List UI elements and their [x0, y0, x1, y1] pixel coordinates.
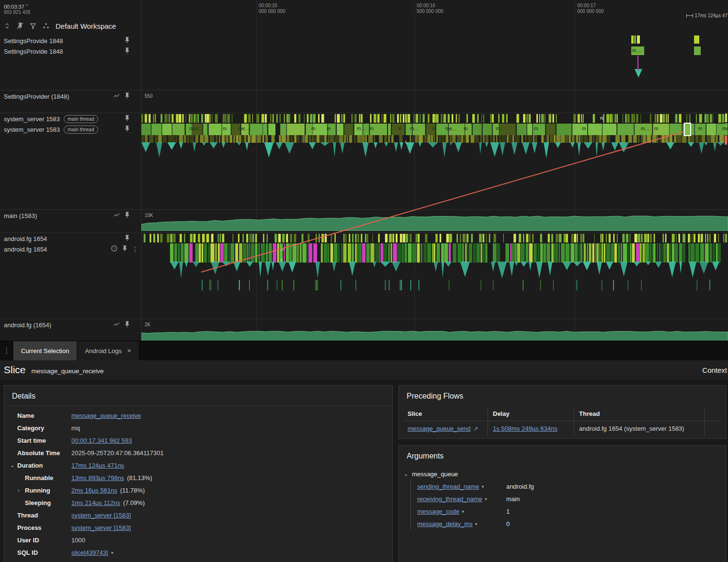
pin-icon[interactable] — [124, 125, 131, 134]
pin-icon[interactable] — [124, 36, 131, 46]
details-link[interactable]: system_server [1583] — [71, 524, 131, 531]
details-value: 1ms 214µs 112ns(7.09%) — [71, 499, 145, 506]
details-key: Name — [17, 412, 71, 419]
chevron-down-icon[interactable]: ⌄ — [10, 459, 14, 471]
flame-track-system-server-depth3[interactable] — [141, 142, 728, 159]
flow-delay-cell: 1s 508ms 249µs 634ns — [488, 421, 574, 436]
tab-android-logs[interactable]: Android Logs✕ — [77, 341, 139, 360]
flows-body: message_queue_send↗1s 508ms 249µs 634nsa… — [403, 421, 722, 436]
pin-icon[interactable] — [121, 245, 128, 254]
details-value: slice[439743]▾ — [71, 549, 114, 556]
slice[interactable] — [694, 35, 699, 44]
track-row[interactable]: android.fg 1654 — [0, 233, 141, 244]
track-group-separator — [0, 209, 728, 210]
slice-label: m — [496, 126, 500, 131]
slice-label: m — [534, 126, 538, 131]
details-link[interactable]: system_server [1583] — [71, 512, 131, 519]
preceding-flows-table: SliceDelayThread message_queue_send↗1s 5… — [403, 407, 722, 436]
pin-icon[interactable] — [124, 321, 131, 330]
kebab-icon[interactable]: ⋮ — [132, 245, 138, 253]
slice[interactable] — [634, 35, 636, 44]
unpin-all-icon[interactable] — [16, 22, 24, 30]
pin-icon[interactable] — [124, 115, 131, 124]
track-row[interactable]: SettingsProvider (1848) — [0, 91, 141, 102]
arguments-card: Arguments ⌄ message_queue sending_thread… — [398, 445, 726, 562]
details-link[interactable]: message_queue_receive — [71, 412, 141, 419]
track-row[interactable]: android.fg (1654) — [0, 320, 141, 330]
details-link[interactable]: 00:00:17.341 982 593 — [71, 437, 132, 444]
slice-label-layer: mes…mme…mmm…mmm…mme…mmmmm…mmme — [141, 124, 728, 135]
argument-root-row[interactable]: ⌄ message_queue — [404, 468, 721, 480]
gridline — [141, 0, 142, 341]
slice-label: mes… — [189, 126, 203, 131]
track-label: system_server 1583 — [4, 126, 60, 133]
filter-icon[interactable] — [29, 22, 37, 30]
caret-down-icon[interactable]: ▾ — [475, 521, 478, 527]
slice[interactable] — [631, 35, 634, 44]
slice[interactable] — [694, 46, 701, 55]
details-link[interactable]: 17ms 124µs 471ns — [71, 462, 124, 469]
track-row[interactable]: system_server 1583main thread — [0, 124, 141, 135]
tab-current-selection[interactable]: Current Selection — [13, 341, 77, 360]
pin-icon[interactable] — [124, 92, 131, 101]
show-graph-icon[interactable] — [113, 211, 120, 220]
argument-key-link[interactable]: sending_thread_name — [417, 483, 479, 490]
track-row[interactable]: android.fg 1654?⋮ — [0, 244, 141, 254]
counter-track-android-fg[interactable] — [141, 328, 728, 341]
argument-key-link[interactable]: message_delay_ms — [417, 520, 473, 528]
track-row[interactable]: system_server 1583main thread — [0, 114, 141, 124]
context-button[interactable]: Context — [702, 366, 727, 374]
workspace-icon[interactable] — [42, 22, 50, 30]
panel-kebab-icon[interactable]: ⋮ — [0, 341, 13, 360]
slice[interactable] — [725, 136, 727, 145]
track-row[interactable]: SettingsProvide 1848 — [0, 46, 141, 57]
show-graph-icon[interactable] — [113, 92, 120, 101]
unfold-icon[interactable] — [3, 22, 11, 30]
slice-label: me — [722, 126, 728, 131]
flame-track-system-server-sched[interactable] — [141, 114, 728, 123]
slice-label: m — [698, 126, 702, 131]
flame-track-android-fg-depth2[interactable] — [170, 262, 721, 279]
details-text: 1000 — [71, 537, 85, 544]
flame-track-android-fg-slices[interactable] — [170, 243, 721, 263]
caret-down-icon[interactable]: ▾ — [462, 509, 464, 514]
details-link[interactable]: 1ms 214µs 112ns — [71, 499, 120, 506]
counter-track-main[interactable] — [141, 215, 728, 231]
external-link-icon[interactable]: ↗ — [474, 425, 478, 432]
caret-down-icon[interactable]: ▾ — [111, 550, 114, 555]
details-row: Categorymq — [4, 422, 392, 434]
details-link[interactable]: 13ms 893µs 798ns — [71, 474, 124, 482]
slice[interactable] — [725, 114, 727, 122]
chevron-right-icon[interactable]: › — [18, 484, 20, 496]
pin-icon[interactable] — [124, 211, 131, 220]
slice-label: me… — [445, 126, 457, 131]
close-icon[interactable]: ✕ — [127, 348, 131, 354]
flow-delay-link[interactable]: 1s 508ms 249µs 634ns — [493, 425, 557, 432]
track-row[interactable]: main (1583) — [0, 210, 141, 221]
details-key: SQL ID — [17, 549, 71, 556]
details-link[interactable]: slice[439743] — [71, 549, 108, 556]
details-link[interactable]: 2ms 16µs 561ns — [71, 487, 117, 494]
slice[interactable] — [637, 35, 640, 44]
help-icon[interactable]: ? — [111, 245, 118, 254]
caret-down-icon[interactable]: ▾ — [485, 496, 487, 502]
show-graph-icon[interactable] — [113, 321, 120, 330]
selected-slice[interactable] — [684, 123, 691, 136]
slice-label: R — [600, 116, 603, 121]
details-row: Runnable13ms 893µs 798ns(81.13%) — [4, 471, 392, 484]
flame-track-android-fg-sched[interactable] — [144, 234, 727, 242]
chevron-down-icon[interactable]: ⌄ — [404, 471, 408, 477]
flame-track-android-fg-depth3[interactable] — [170, 280, 721, 290]
argument-key-link[interactable]: receiving_thread_name — [417, 495, 482, 503]
pin-icon[interactable] — [124, 234, 131, 243]
argument-row: sending_thread_name▾android.fg — [417, 480, 721, 493]
pin-icon[interactable] — [124, 47, 131, 56]
track-row[interactable]: SettingsProvide 1848 — [0, 35, 141, 46]
slice-label: m — [432, 126, 436, 131]
details-row: Absolute Time2025-09-25T20:47:06.3641173… — [4, 447, 392, 459]
flame-track-system-server-depth2[interactable] — [141, 135, 728, 143]
workspace-title: Default Workspace — [56, 22, 116, 30]
flow-slice-link[interactable]: message_queue_send — [408, 425, 471, 432]
caret-down-icon[interactable]: ▾ — [481, 484, 484, 489]
argument-key-link[interactable]: message_code — [417, 508, 459, 515]
